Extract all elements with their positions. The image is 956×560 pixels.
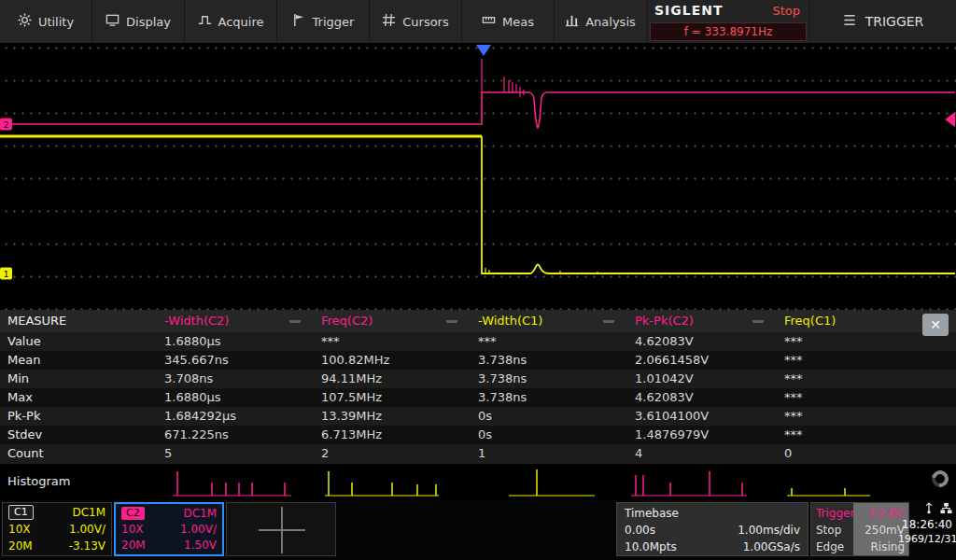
menu-item-label: Utility xyxy=(38,15,74,29)
timebase-scale: 1.00ms/div xyxy=(738,522,800,539)
trigger-type: Edge xyxy=(816,539,853,555)
channel1-offset: -3.13V xyxy=(69,539,105,553)
timebase-descriptor[interactable]: Timebase 0.00s 1.00ms/div 10.0Mpts 1.00G… xyxy=(616,502,808,556)
c2-offset-marker[interactable]: 2 xyxy=(0,119,12,131)
measure-col-pkpk-c2[interactable]: Pk-Pk(C2) xyxy=(627,310,777,332)
plus-icon xyxy=(281,507,283,553)
measure-row-stdev: Stdev 671.225ns 6.713MHz 0s 1.4876979V *… xyxy=(0,426,956,444)
channel2-coupling: DC1M xyxy=(183,506,217,521)
trigger-position-marker[interactable] xyxy=(476,45,491,56)
channel1-badge: C1 xyxy=(8,505,34,520)
channel1-attenuation: 10X xyxy=(8,522,31,537)
menu-bar: Utility Display Acquire Trigger Cursors … xyxy=(0,0,956,43)
menu-item-analysis[interactable]: Analysis xyxy=(555,0,647,43)
trigger-menu-label: TRIGGER xyxy=(865,14,924,29)
menu-item-cursors[interactable]: Cursors xyxy=(370,0,462,43)
menu-item-label: Acquire xyxy=(218,15,264,29)
menu-item-display[interactable]: Display xyxy=(92,0,185,43)
usb-icon xyxy=(924,502,934,517)
measure-col-width-c2[interactable]: -Width(C2) xyxy=(157,310,314,332)
measure-row-min: Min 3.708ns 94.11MHz 3.738ns 1.01042V **… xyxy=(0,370,956,388)
channel2-descriptor[interactable]: C2 DC1M 10X 1.00V/ 20M 1.50V xyxy=(114,502,224,556)
clock-time: 18:26:40 xyxy=(898,517,952,532)
clock-date: 1969/12/31 xyxy=(898,532,952,546)
channel2-bandwidth: 20M xyxy=(121,538,146,553)
measure-row-pkpk: Pk-Pk 1.684292µs 13.39MHz 0s 3.6104100V … xyxy=(0,407,956,426)
stat-dash-icon xyxy=(289,320,301,323)
flag-icon xyxy=(292,13,306,30)
timebase-samplerate: 1.00GSa/s xyxy=(743,539,800,555)
measure-header-row: MEASURE -Width(C2) Freq(C2) -Width(C1) P… xyxy=(0,310,956,332)
menu-item-label: Trigger xyxy=(313,15,355,29)
trigger-descriptor[interactable]: Trigger Stop Edge C2 DC 250mV Rising xyxy=(810,502,909,556)
measure-row-value: Value 1.6880µs *** *** 4.62083V *** xyxy=(0,332,956,351)
measure-panel: MEASURE -Width(C2) Freq(C2) -Width(C1) P… xyxy=(0,310,956,463)
c1-offset-marker[interactable]: 1 xyxy=(0,268,12,280)
trigger-menu-button[interactable]: TRIGGER xyxy=(810,0,956,43)
menu-item-label: Meas xyxy=(502,15,534,29)
channel1-scale: 1.00V/ xyxy=(69,522,105,537)
close-measure-button[interactable]: ✕ xyxy=(922,314,949,336)
status-bar: C1 DC1M 10X 1.00V/ 20M -3.13V C2 DC1M 10… xyxy=(0,500,956,560)
pulse-icon xyxy=(198,13,212,30)
ruler-icon xyxy=(482,13,496,30)
gear-icon xyxy=(18,13,32,30)
network-icon xyxy=(940,502,952,517)
channel1-coupling: DC1M xyxy=(72,505,105,520)
measure-col-freq-c2[interactable]: Freq(C2) xyxy=(314,310,471,332)
channel2-offset: 1.50V xyxy=(184,538,217,553)
stat-dash-icon xyxy=(603,320,614,323)
menu-item-acquire[interactable]: Acquire xyxy=(185,0,277,43)
menu-item-label: Display xyxy=(126,15,171,29)
menu-item-utility[interactable]: Utility xyxy=(0,0,92,43)
channel2-scale: 1.00V/ xyxy=(180,522,217,537)
histogram-strip: Histogram xyxy=(0,463,956,500)
svg-text:1: 1 xyxy=(4,270,9,279)
trigger-frequency-readout: f = 333.8971Hz xyxy=(650,22,807,41)
c2-trace xyxy=(0,92,955,128)
menu-item-label: Cursors xyxy=(402,15,449,29)
timebase-label: Timebase xyxy=(625,505,679,522)
add-channel-button[interactable] xyxy=(226,502,336,556)
c1-trace-right xyxy=(482,136,955,273)
measure-row-count: Count 5 2 1 4 0 xyxy=(0,444,956,463)
menu-item-meas[interactable]: Meas xyxy=(462,0,555,43)
channel1-bandwidth: 20M xyxy=(8,539,33,553)
brand-panel: SIGLENT Stop f = 333.8971Hz xyxy=(647,0,810,43)
measure-row-mean: Mean 345.667ns 100.82MHz 3.738ns 2.06614… xyxy=(0,351,956,370)
timebase-delay: 0.00s xyxy=(625,522,655,539)
trigger-label: Trigger xyxy=(816,505,853,522)
measure-row-max: Max 1.6880µs 107.5MHz 3.738ns 4.62083V *… xyxy=(0,388,956,407)
run-state-indicator[interactable]: Stop xyxy=(772,4,800,18)
menu-item-trigger[interactable]: Trigger xyxy=(277,0,370,43)
waveform-display[interactable]: 2 1 xyxy=(0,43,956,310)
clock-panel: 18:26:40 1969/12/31 xyxy=(898,500,954,560)
timebase-memory: 10.0Mpts xyxy=(625,539,677,555)
channel2-attenuation: 10X xyxy=(121,522,144,537)
close-icon: ✕ xyxy=(930,317,941,332)
siglent-logo: SIGLENT xyxy=(654,3,724,18)
svg-text:2: 2 xyxy=(4,120,9,130)
chart-icon xyxy=(565,13,579,30)
c2-trace-noise xyxy=(482,59,524,97)
measure-col-width-c1[interactable]: -Width(C1) xyxy=(471,310,627,332)
histogram-plot xyxy=(0,464,956,501)
channel2-badge: C2 xyxy=(121,507,145,520)
waveform-traces: 2 1 xyxy=(0,43,956,310)
stat-dash-icon xyxy=(752,320,764,323)
cursors-icon xyxy=(382,13,396,30)
menu-item-label: Analysis xyxy=(585,15,636,29)
list-icon xyxy=(843,13,856,30)
stat-dash-icon xyxy=(446,320,457,323)
trigger-mode: Stop xyxy=(816,522,853,539)
trigger-level-marker[interactable] xyxy=(945,112,955,127)
display-icon xyxy=(105,13,120,30)
channel1-descriptor[interactable]: C1 DC1M 10X 1.00V/ 20M -3.13V xyxy=(2,502,112,556)
measure-title: MEASURE xyxy=(0,310,157,332)
